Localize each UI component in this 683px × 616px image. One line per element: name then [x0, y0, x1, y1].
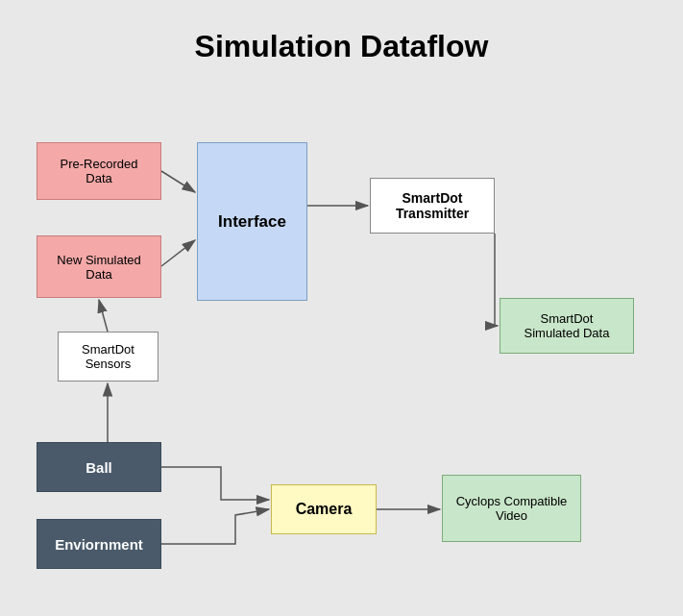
diagram-container: Simulation Dataflow Pre-Recorded Data Ne…: [0, 0, 683, 616]
interface-node: Interface: [197, 142, 307, 301]
camera-node: Camera: [271, 484, 377, 534]
pre-recorded-node: Pre-Recorded Data: [37, 142, 161, 200]
new-simulated-node: New Simulated Data: [37, 235, 161, 298]
environment-node: Enviornment: [37, 519, 161, 569]
svg-line-4: [99, 300, 108, 332]
diagram-title: Simulation Dataflow: [0, 0, 683, 64]
ball-node: Ball: [37, 442, 161, 492]
smartdot-simulated-node: SmartDot Simulated Data: [500, 298, 634, 354]
smartdot-sensors-node: SmartDot Sensors: [58, 332, 159, 382]
cyclops-video-node: Cyclops Compatible Video: [442, 475, 581, 542]
svg-line-2: [161, 240, 195, 266]
svg-line-1: [161, 171, 195, 192]
smartdot-transmitter-node: SmartDot Transmitter: [370, 178, 495, 234]
